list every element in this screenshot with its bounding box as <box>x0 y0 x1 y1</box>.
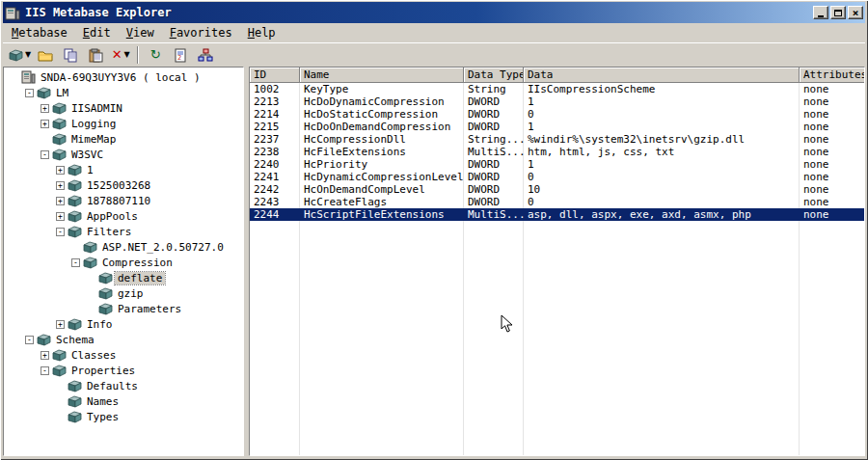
table-row-2215[interactable]: 2215HcDoOnDemandCompressionDWORD1none <box>250 121 864 133</box>
collapse-icon[interactable]: - <box>25 89 34 97</box>
export-button[interactable]: 2 <box>168 44 193 66</box>
tree-item-deflate[interactable]: deflate <box>6 270 243 285</box>
tree-item-label: gzip <box>115 287 147 300</box>
cell-attributes: none <box>800 133 864 146</box>
cell-data_type: DWORD <box>464 171 524 183</box>
expand-icon[interactable]: + <box>56 212 65 221</box>
tree-item-1878807110[interactable]: + 1878807110 <box>6 193 243 208</box>
maximize-icon <box>834 10 842 16</box>
tree-item-parameters[interactable]: Parameters <box>6 301 243 316</box>
tree-item-types[interactable]: Types <box>6 409 243 424</box>
tree-item-schema[interactable]: - Schema <box>6 332 243 347</box>
minimize-button[interactable] <box>813 6 828 19</box>
collapse-icon[interactable]: - <box>25 336 34 344</box>
menu-help[interactable]: Help <box>240 23 284 42</box>
tree-item-label: Defaults <box>84 380 141 392</box>
tree-item-names[interactable]: Names <box>6 393 243 409</box>
table-row-1002[interactable]: 1002KeyTypeStringIIsCompressionSchemenon… <box>250 83 864 95</box>
column-header-data-type[interactable]: Data Type <box>464 68 524 83</box>
tree-item-mimemap[interactable]: MimeMap <box>6 131 243 147</box>
expand-icon[interactable]: + <box>56 197 65 205</box>
delete-button[interactable]: ✕▼ <box>108 44 133 66</box>
table-row-2238[interactable]: 2238HcFileExtensionsMultiS...htm, html, … <box>250 146 864 158</box>
tree-item-iisadmin[interactable]: + IISADMIN <box>6 100 243 116</box>
cell-name: HcPriority <box>300 158 464 171</box>
tree-item-filters[interactable]: - Filters <box>6 224 243 239</box>
table-row-2213[interactable]: 2213HcDoDynamicCompressionDWORD1none <box>250 95 864 108</box>
tree-item-apppools[interactable]: + AppPools <box>6 208 243 224</box>
tree-item-asp-net-2-0-50727-0[interactable]: ASP.NET_2.0.50727.0 <box>6 239 243 255</box>
tree-item-label: LM <box>53 87 71 99</box>
expand-icon[interactable]: + <box>56 181 65 190</box>
refresh-button[interactable]: ↻ <box>143 44 168 66</box>
tree-item-gzip[interactable]: gzip <box>6 285 243 301</box>
table-row-2240[interactable]: 2240HcPriorityDWORD1none <box>250 158 864 171</box>
table-row-2241[interactable]: 2241HcDynamicCompressionLevelDWORD0none <box>250 171 864 183</box>
expand-icon[interactable]: + <box>41 104 49 113</box>
close-button[interactable]: × <box>848 6 863 19</box>
cell-attributes: none <box>800 83 864 95</box>
cell-data: 1 <box>524 121 800 133</box>
cell-attributes: none <box>800 208 864 221</box>
metabase-key-icon <box>98 303 115 315</box>
table-row-2237[interactable]: 2237HcCompressionDllString...%windir%\sy… <box>250 133 864 146</box>
computer-icon <box>21 70 38 84</box>
chevron-down-icon[interactable]: ▼ <box>124 51 130 59</box>
table-row-2242[interactable]: 2242HcOnDemandCompLevelDWORD10none <box>250 183 864 196</box>
table-row-2244[interactable]: 2244HcScriptFileExtensionsMultiS...asp, … <box>250 208 864 221</box>
tree-item-snda-69q3uyy3v6-local[interactable]: SNDA-69Q3UYY3V6 ( local ) <box>6 69 243 85</box>
minimize-icon <box>818 15 824 17</box>
tree-item-logging[interactable]: + Logging <box>6 116 243 131</box>
tree-item-1525003268[interactable]: + 1525003268 <box>6 177 243 193</box>
copy-button[interactable] <box>58 44 83 66</box>
menu-metabase[interactable]: Metabase <box>4 23 75 42</box>
title-bar[interactable]: IIS Metabase Explorer × <box>3 2 865 23</box>
expand-icon[interactable]: + <box>41 351 49 360</box>
expand-icon[interactable]: + <box>41 120 49 128</box>
tree-item-properties[interactable]: - Properties <box>6 363 243 378</box>
metabase-key-icon <box>68 395 84 408</box>
menu-favorites[interactable]: Favorites <box>162 23 240 42</box>
menu-view[interactable]: View <box>119 23 162 42</box>
tree-item-label: ASP.NET_2.0.50727.0 <box>99 241 227 254</box>
collapse-icon[interactable]: - <box>41 366 49 375</box>
tree-item-w3svc[interactable]: - W3SVC <box>6 147 243 162</box>
tree-item-classes[interactable]: + Classes <box>6 347 243 363</box>
cell-data: htm, html, js, css, txt <box>524 146 800 158</box>
menu-edit[interactable]: Edit <box>75 23 119 42</box>
expand-icon[interactable]: + <box>56 166 65 175</box>
metabase-key-icon <box>52 349 68 362</box>
table-row-2214[interactable]: 2214HcDoStaticCompressionDWORD0none <box>250 108 864 121</box>
metabase-key-icon <box>52 118 68 130</box>
new-key-button[interactable]: ▼ <box>7 44 33 66</box>
chevron-down-icon[interactable]: ▼ <box>25 51 31 59</box>
column-header-id[interactable]: ID <box>250 68 300 83</box>
column-header-data[interactable]: Data <box>524 68 800 83</box>
maximize-button[interactable] <box>830 6 846 19</box>
tree-item-defaults[interactable]: Defaults <box>6 378 243 393</box>
column-header-name[interactable]: Name <box>300 68 464 83</box>
collapse-icon[interactable]: - <box>41 150 49 159</box>
table-row-2243[interactable]: 2243HcCreateFlagsDWORD0none <box>250 196 864 208</box>
connections-button[interactable] <box>193 44 218 66</box>
open-button[interactable] <box>33 44 58 66</box>
cell-id: 2214 <box>250 108 300 121</box>
tree-item-compression[interactable]: - Compression <box>6 255 243 270</box>
expand-icon[interactable]: + <box>56 320 65 329</box>
cell-data_type: DWORD <box>464 95 524 108</box>
tree-item-info[interactable]: + Info <box>6 316 243 332</box>
properties-list-pane: IDNameData TypeDataAttributes 1002KeyTyp… <box>249 67 865 456</box>
delete-x-icon: ✕ <box>112 48 122 62</box>
column-header-attributes[interactable]: Attributes <box>800 68 864 83</box>
collapse-icon[interactable]: - <box>56 228 65 236</box>
svg-text:2: 2 <box>177 54 181 62</box>
paste-button[interactable] <box>83 44 108 66</box>
tree-item-1[interactable]: + 1 <box>6 162 243 177</box>
collapse-icon[interactable]: - <box>71 258 80 267</box>
metabase-tree-pane: SNDA-69Q3UYY3V6 ( local )- LM+ IISADMIN+… <box>3 67 244 456</box>
tree-item-lm[interactable]: - LM <box>6 85 243 100</box>
cell-name: HcCompressionDll <box>300 133 464 146</box>
metabase-key-icon <box>52 102 68 115</box>
cell-data: 10 <box>524 183 800 196</box>
cell-attributes: none <box>800 183 864 196</box>
